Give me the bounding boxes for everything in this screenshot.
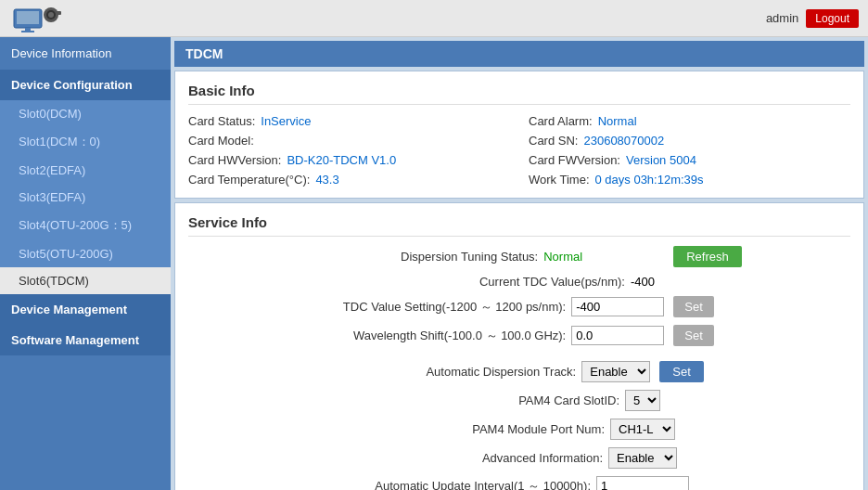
service-info-title: Service Info <box>188 214 850 237</box>
wavelength-shift-label: Wavelength Shift(-100.0 ～ 100.0 GHz): <box>325 328 566 344</box>
basic-info-grid: Card Status: InService Card Alarm: Norma… <box>188 114 850 187</box>
sidebar-item-slot2[interactable]: Slot2(EDFA) <box>0 157 171 184</box>
service-info-section: Service Info Dispersion Tuning Status: N… <box>174 202 864 490</box>
card-sn-value: 230608070002 <box>583 134 664 148</box>
dispersion-tuning-value: Normal <box>543 250 618 264</box>
basic-info-title: Basic Info <box>188 83 850 105</box>
auto-update-label: Automatic Update Interval(1 ～ 10000h): <box>350 478 591 491</box>
svg-point-6 <box>48 12 54 18</box>
card-hwversion-value: BD-K20-TDCM V1.0 <box>287 153 396 167</box>
tdc-setting-input[interactable] <box>571 297 664 316</box>
pam4-slot-row: PAM4 Card SlotID: 5 0 1 2 3 4 6 <box>188 390 850 411</box>
wavelength-set-button[interactable]: Set <box>673 325 714 346</box>
work-time-row: Work Time: 0 days 03h:12m:39s <box>529 173 850 187</box>
card-temperature-label: Card Temperature(°C): <box>188 173 310 187</box>
logout-button[interactable]: Logout <box>806 9 859 28</box>
card-model-row: Card Model: <box>188 134 510 148</box>
pam4-port-row: PAM4 Module Port Num: CH1-L CH1-R CH2-L … <box>188 419 850 440</box>
card-status-row: Card Status: InService <box>188 114 510 128</box>
advanced-info-label: Advanced Information: <box>362 451 603 465</box>
sidebar-item-slot4[interactable]: Slot4(OTU-200G：5) <box>0 211 171 240</box>
work-time-value: 0 days 03h:12m:39s <box>595 173 704 187</box>
tdc-set-button[interactable]: Set <box>673 296 714 317</box>
tdc-setting-label: TDC Value Setting(-1200 ～ 1200 ps/nm): <box>325 299 566 316</box>
advanced-info-select[interactable]: Enable Disable <box>608 447 677 469</box>
auto-dispersion-row: Automatic Dispersion Track: Enable Disab… <box>188 361 850 382</box>
dispersion-tuning-label: Dispersion Tuning Status: <box>297 250 538 264</box>
svg-rect-2 <box>25 28 31 31</box>
sidebar-item-slot1[interactable]: Slot1(DCM：0) <box>0 127 171 157</box>
svg-rect-1 <box>17 11 39 24</box>
card-fwversion-value: Version 5004 <box>626 153 696 167</box>
current-tdc-value: -400 <box>631 275 655 289</box>
pam4-port-select[interactable]: CH1-L CH1-R CH2-L CH2-R <box>610 419 675 440</box>
card-status-value: InService <box>261 114 311 128</box>
layout: Device Information Device Configuration … <box>0 37 868 490</box>
svg-rect-3 <box>21 31 34 32</box>
card-model-label: Card Model: <box>188 134 254 148</box>
dispersion-status-row: Dispersion Tuning Status: Normal Refresh <box>188 246 850 267</box>
sidebar-item-slot0[interactable]: Slot0(DCM) <box>0 100 171 127</box>
svg-rect-7 <box>57 11 61 15</box>
admin-label: admin <box>766 11 798 25</box>
tdc-setting-row: TDC Value Setting(-1200 ～ 1200 ps/nm): S… <box>188 296 850 317</box>
card-sn-label: Card SN: <box>529 134 578 148</box>
card-hwversion-row: Card HWVersion: BD-K20-TDCM V1.0 <box>188 153 510 167</box>
wavelength-shift-input[interactable] <box>571 326 664 345</box>
card-fwversion-label: Card FWVersion: <box>529 153 620 167</box>
sidebar: Device Information Device Configuration … <box>0 37 171 490</box>
auto-dispersion-label: Automatic Dispersion Track: <box>335 365 576 379</box>
current-tdc-label: Current TDC Value(ps/nm): <box>384 275 625 289</box>
sidebar-item-slot5[interactable]: Slot5(OTU-200G) <box>0 240 171 267</box>
card-status-label: Card Status: <box>188 114 255 128</box>
pam4-port-label: PAM4 Module Port Num: <box>364 422 605 436</box>
card-temperature-value: 43.3 <box>315 173 338 187</box>
basic-info-section: Basic Info Card Status: InService Card A… <box>174 71 864 199</box>
refresh-button[interactable]: Refresh <box>673 246 742 267</box>
sidebar-item-software-management[interactable]: Software Management <box>0 325 171 355</box>
header-right: admin Logout <box>766 9 859 28</box>
card-hwversion-label: Card HWVersion: <box>188 153 281 167</box>
sidebar-item-device-information[interactable]: Device Information <box>0 37 171 70</box>
advanced-info-row: Advanced Information: Enable Disable <box>188 447 850 469</box>
pam4-slot-label: PAM4 Card SlotID: <box>378 393 619 407</box>
card-temperature-row: Card Temperature(°C): 43.3 <box>188 173 510 187</box>
work-time-label: Work Time: <box>529 173 590 187</box>
card-sn-row: Card SN: 230608070002 <box>529 134 850 148</box>
sidebar-item-slot3[interactable]: Slot3(EDFA) <box>0 184 171 211</box>
pam4-slot-select[interactable]: 5 0 1 2 3 4 6 <box>625 390 660 411</box>
wavelength-shift-row: Wavelength Shift(-100.0 ～ 100.0 GHz): Se… <box>188 325 850 346</box>
auto-update-input[interactable] <box>596 476 689 490</box>
current-tdc-row: Current TDC Value(ps/nm): -400 <box>188 275 850 289</box>
card-alarm-value: Normal <box>598 114 637 128</box>
auto-dispersion-set-button[interactable]: Set <box>659 361 704 382</box>
auto-update-row: Automatic Update Interval(1 ～ 10000h): <box>188 476 850 490</box>
logo-icon <box>12 4 63 33</box>
card-alarm-label: Card Alarm: <box>529 114 593 128</box>
page-title: TDCM <box>174 41 864 67</box>
auto-dispersion-select[interactable]: Enable Disable <box>581 361 650 382</box>
logo <box>9 4 65 33</box>
sidebar-item-slot6[interactable]: Slot6(TDCM) <box>0 267 171 294</box>
header: admin Logout <box>0 0 868 37</box>
sidebar-item-device-management[interactable]: Device Management <box>0 294 171 325</box>
card-fwversion-row: Card FWVersion: Version 5004 <box>529 153 850 167</box>
main-content: TDCM Basic Info Card Status: InService C… <box>171 37 868 490</box>
sidebar-item-device-configuration[interactable]: Device Configuration <box>0 70 171 100</box>
card-alarm-row: Card Alarm: Normal <box>529 114 850 128</box>
